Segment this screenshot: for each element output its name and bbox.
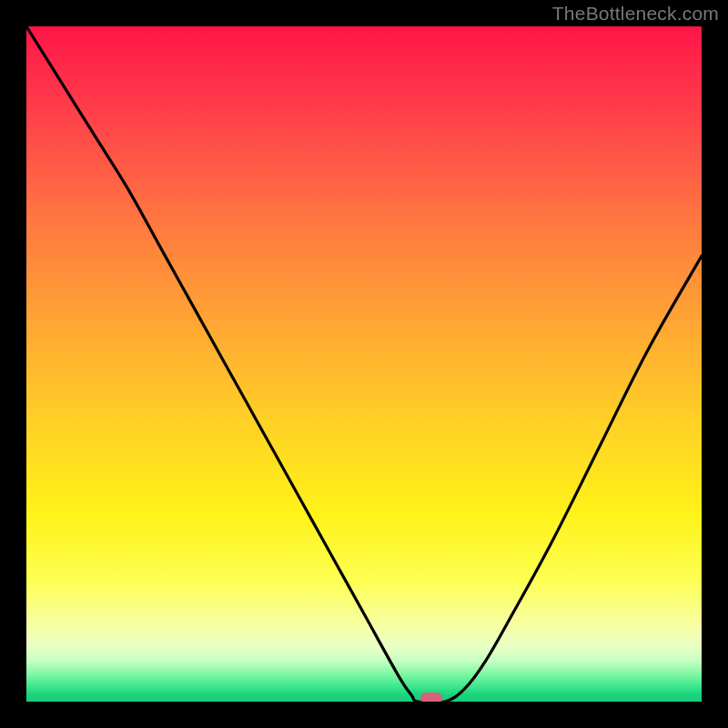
bottleneck-curve [26, 26, 702, 702]
chart-frame: TheBottleneck.com [0, 0, 728, 728]
optimal-point-marker [420, 693, 442, 702]
plot-area [26, 26, 702, 702]
watermark-label: TheBottleneck.com [552, 3, 719, 25]
